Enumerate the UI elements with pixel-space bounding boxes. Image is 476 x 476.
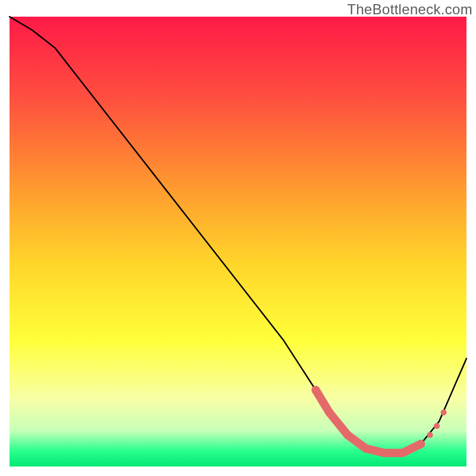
plot-background (10, 17, 466, 466)
optimal-dot (380, 449, 389, 457)
optimal-dot (343, 431, 352, 439)
bottleneck-chart: TheBottleneck.com (0, 0, 476, 476)
optimal-dot (325, 408, 334, 416)
optimal-dot (362, 444, 370, 453)
side-dot (427, 432, 433, 438)
chart-canvas (0, 0, 476, 476)
optimal-dot (416, 440, 425, 448)
side-dot (434, 423, 440, 429)
watermark-text: TheBottleneck.com (347, 1, 472, 18)
optimal-dot (399, 449, 407, 457)
side-dot (441, 409, 447, 415)
optimal-dot (312, 386, 320, 394)
